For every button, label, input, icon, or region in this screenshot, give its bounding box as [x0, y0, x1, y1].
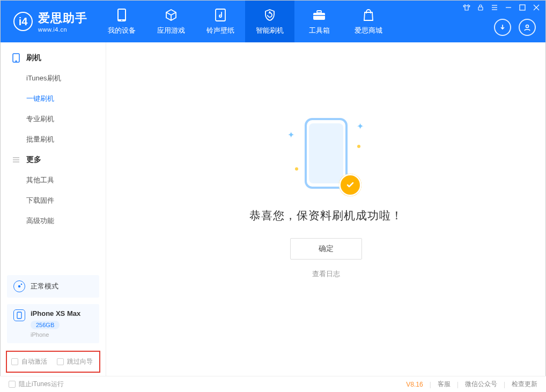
svg-rect-1 [119, 10, 125, 19]
device-icon [13, 309, 25, 321]
lock-icon[interactable] [477, 4, 484, 11]
svg-point-22 [21, 284, 23, 285]
wechat-link[interactable]: 微信公众号 [465, 380, 497, 389]
sparkle-icon: ✦ [287, 130, 294, 140]
sidebar-item-batch-flash[interactable]: 批量刷机 [1, 129, 106, 150]
mode-card[interactable]: 正常模式 [7, 275, 99, 298]
tab-smart-flash[interactable]: 智能刷机 [245, 1, 294, 42]
user-button[interactable] [519, 19, 536, 36]
device-name: iPhone XS Max [31, 309, 80, 317]
cube-icon [165, 8, 178, 23]
version-label: V8.16 [406, 381, 423, 388]
nav-tabs: 我的设备 应用游戏 铃声壁纸 智能刷机 工具箱 爱思商城 [97, 1, 393, 42]
checkbox-auto-activate[interactable]: 自动激活 [11, 357, 47, 366]
status-bar: 阻止iTunes运行 V8.16 | 客服 | 微信公众号 | 检查更新 [0, 376, 546, 392]
maximize-icon[interactable] [519, 4, 526, 11]
tab-ringtone-wallpaper[interactable]: 铃声壁纸 [196, 1, 245, 42]
check-update-link[interactable]: 检查更新 [512, 380, 537, 389]
logo-area: i4 爱思助手 www.i4.cn [1, 10, 97, 33]
sparkle-icon: ✦ [357, 121, 364, 131]
tab-my-device[interactable]: 我的设备 [97, 1, 146, 42]
tab-store[interactable]: 爱思商城 [344, 1, 393, 42]
view-log-link[interactable]: 查看日志 [312, 269, 340, 279]
mode-label: 正常模式 [31, 282, 58, 291]
dot-icon [295, 167, 298, 171]
tab-label: 智能刷机 [256, 26, 284, 35]
tab-label: 工具箱 [309, 26, 330, 35]
support-link[interactable]: 客服 [438, 380, 451, 389]
tab-label: 应用游戏 [157, 26, 185, 35]
sidebar-item-advanced[interactable]: 高级功能 [1, 211, 106, 231]
group-label: 更多 [26, 155, 41, 165]
shirt-icon[interactable] [463, 4, 470, 11]
check-badge-icon [339, 174, 361, 196]
menu-icon[interactable] [491, 4, 498, 11]
sidebar-item-other-tools[interactable]: 其他工具 [1, 170, 106, 190]
minimize-icon[interactable] [505, 4, 512, 11]
svg-point-17 [16, 61, 17, 62]
titlebar-controls [463, 4, 540, 11]
sidebar-item-pro-flash[interactable]: 专业刷机 [1, 109, 106, 129]
svg-rect-23 [17, 312, 21, 319]
shopping-bag-icon [363, 8, 374, 23]
sidebar-group-more[interactable]: 更多 [1, 150, 106, 170]
device-capacity: 256GB [31, 321, 60, 329]
sidebar: 刷机 iTunes刷机 一键刷机 专业刷机 批量刷机 更多 其他工具 下载固件 … [1, 42, 106, 376]
highlighted-options: 自动激活 跳过向导 [6, 351, 100, 373]
tab-toolbox[interactable]: 工具箱 [294, 1, 344, 42]
sidebar-item-download-firmware[interactable]: 下载固件 [1, 190, 106, 211]
dot-icon [357, 145, 360, 148]
body: 刷机 iTunes刷机 一键刷机 专业刷机 批量刷机 更多 其他工具 下载固件 … [1, 42, 545, 376]
close-icon[interactable] [533, 4, 540, 11]
phone-icon [116, 8, 127, 23]
shield-refresh-icon [263, 8, 276, 23]
app-title: 爱思助手 [38, 10, 87, 26]
main-content: ✦ ✦ 恭喜您，保资料刷机成功啦！ 确定 查看日志 [106, 42, 545, 376]
device-card[interactable]: iPhone XS Max 256GB iPhone [7, 304, 99, 343]
group-label: 刷机 [26, 53, 41, 63]
svg-point-15 [526, 25, 529, 28]
toolbox-icon [312, 8, 326, 23]
tab-label: 爱思商城 [355, 26, 382, 35]
tab-label: 我的设备 [108, 26, 136, 35]
logo-icon: i4 [13, 12, 33, 31]
checkbox-label: 自动激活 [21, 357, 47, 366]
svg-rect-4 [313, 13, 325, 20]
sidebar-group-flash[interactable]: 刷机 [1, 48, 106, 68]
tab-label: 铃声壁纸 [206, 26, 234, 35]
sidebar-item-oneclick-flash[interactable]: 一键刷机 [1, 88, 106, 109]
checkbox-label: 阻止iTunes运行 [19, 380, 64, 389]
phone-screen-icon [309, 123, 343, 183]
device-type: iPhone [31, 331, 80, 338]
divider: | [430, 381, 431, 388]
download-button[interactable] [494, 19, 511, 36]
divider: | [457, 381, 459, 388]
success-illustration: ✦ ✦ [294, 118, 358, 193]
checkbox-skip-wizard[interactable]: 跳过向导 [57, 357, 93, 366]
music-file-icon [215, 8, 226, 23]
header-actions [494, 19, 536, 36]
confirm-button[interactable]: 确定 [290, 238, 362, 260]
svg-rect-7 [478, 7, 483, 10]
mode-icon [13, 280, 25, 292]
svg-rect-5 [317, 11, 321, 13]
svg-point-21 [18, 285, 20, 287]
svg-rect-12 [520, 5, 525, 10]
svg-point-2 [121, 20, 122, 21]
checkbox-icon [9, 381, 16, 388]
divider: | [504, 381, 505, 388]
list-icon [11, 156, 21, 164]
phone-outline-icon [11, 53, 21, 63]
checkbox-label: 跳过向导 [67, 357, 93, 366]
checkbox-icon [57, 358, 64, 365]
sidebar-item-itunes-flash[interactable]: iTunes刷机 [1, 68, 106, 88]
checkbox-icon [11, 358, 18, 365]
tab-apps-games[interactable]: 应用游戏 [146, 1, 196, 42]
checkbox-block-itunes[interactable]: 阻止iTunes运行 [9, 380, 64, 389]
svg-rect-6 [313, 15, 325, 16]
success-message: 恭喜您，保资料刷机成功啦！ [249, 208, 403, 223]
app-url: www.i4.cn [38, 26, 87, 33]
app-header: i4 爱思助手 www.i4.cn 我的设备 应用游戏 铃声壁纸 智能刷机 工具… [1, 1, 545, 42]
